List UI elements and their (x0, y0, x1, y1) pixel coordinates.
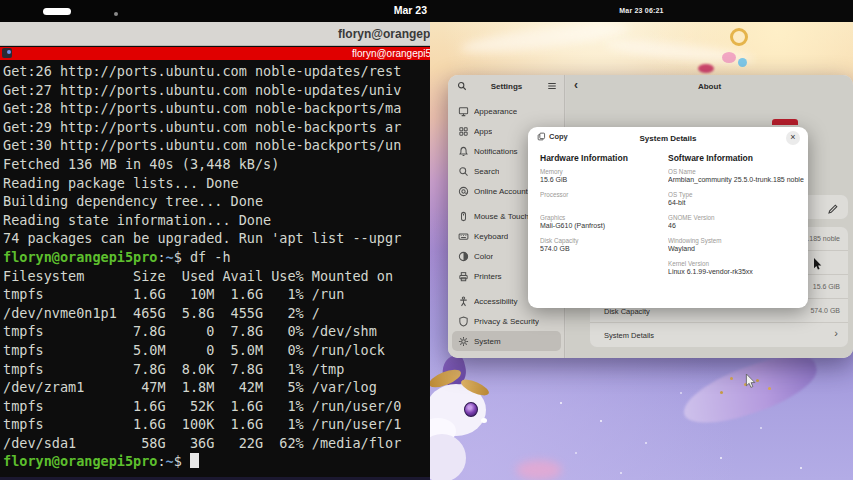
wallpaper-pink-art (516, 460, 562, 480)
terminal-line: /dev/zram1 47M 1.8M 42M 5% /var/log (3, 378, 430, 397)
prompt-user: floryn@orangepi5pro (3, 453, 157, 469)
terminal-line: /dev/sda1 58G 36G 22G 62% /media/flor (3, 434, 430, 453)
field-label: Disk Capacity (540, 237, 652, 244)
left-monitor: Mar 23 floryn@orangepi5pro: ~ floryn@ora… (0, 0, 430, 480)
field-label: Kernel Version (668, 260, 804, 267)
close-icon: × (790, 132, 795, 142)
field-label: Memory (540, 168, 652, 175)
terminal-line: Get:30 http://ports.ubuntu.com noble-bac… (3, 136, 430, 155)
field-value: Wayland (668, 245, 804, 252)
terminal-line: floryn@orangepi5pro:~$ df -h (3, 248, 430, 267)
wallpaper-creature-art (430, 356, 518, 480)
dialog-field: GraphicsMali-G610 (Panfrost) (540, 211, 652, 234)
terminal-line: tmpfs 7.8G 8.0K 7.8G 1% /tmp (3, 360, 430, 379)
dialog-field: OS NameArmbian_community 25.5.0-trunk.18… (668, 165, 804, 188)
mouse-cursor-white (745, 374, 757, 393)
terminal-line: Building dependency tree... Done (3, 192, 430, 211)
wallpaper-figure-art (698, 64, 714, 73)
terminal-tab-label: floryn@orangepi5pro: ~ (352, 48, 430, 59)
prompt-path: ~ (166, 249, 174, 265)
hardware-heading: Hardware Information (540, 153, 652, 163)
terminal-body[interactable]: Get:26 http://ports.ubuntu.com noble-upd… (0, 60, 430, 477)
dialog-field: Kernel VersionLinux 6.1.99-vendor-rk35xx (668, 257, 804, 280)
terminal-line: /dev/nvme0n1p1 465G 5.8G 455G 2% / (3, 304, 430, 323)
field-value: 64-bit (668, 199, 804, 206)
dialog-field: GNOME Version46 (668, 211, 804, 234)
terminal-line: Get:27 http://ports.ubuntu.com noble-upd… (3, 81, 430, 100)
terminal-tab-active[interactable]: floryn@orangepi5pro: ~ (0, 47, 430, 60)
wallpaper-sparkles (560, 402, 562, 404)
terminal-line: tmpfs 1.6G 100K 1.6G 1% /run/user/1 (3, 415, 430, 434)
wallpaper-halo-art (730, 28, 748, 46)
hardware-column: Hardware Information Memory15.6 GiBProce… (540, 153, 652, 280)
terminal-titlebar[interactable]: floryn@orangepi5pro: ~ (0, 22, 430, 46)
field-label: Graphics (540, 214, 652, 221)
wallpaper-gold-dots (730, 377, 733, 380)
field-label: GNOME Version (668, 214, 804, 221)
activities-pill-icon[interactable] (43, 8, 71, 15)
terminal-line: Get:29 http://ports.ubuntu.com noble-bac… (3, 118, 430, 137)
field-label: OS Type (668, 191, 804, 198)
terminal-line: tmpfs 1.6G 10M 1.6G 1% /run (3, 285, 430, 304)
dialog-title: System Details (528, 134, 808, 143)
terminal-line: Filesystem Size Used Avail Use% Mounted … (3, 267, 430, 286)
terminal-line: Fetched 136 MB in 40s (3,448 kB/s) (3, 155, 430, 174)
terminal-line: tmpfs 5.0M 0 5.0M 0% /run/lock (3, 341, 430, 360)
terminal-line: tmpfs 1.6G 52K 1.6G 1% /run/user/0 (3, 397, 430, 416)
dialog-field: OS Type64-bit (668, 188, 804, 211)
hardware-fields: Memory15.6 GiBProcessorGraphicsMali-G610… (540, 165, 652, 257)
right-monitor: Mar 23 06:21 (430, 0, 853, 480)
dual-monitor-screen: Mar 23 floryn@orangepi5pro: ~ floryn@ora… (0, 0, 853, 480)
field-value: Linux 6.1.99-vendor-rk35xx (668, 268, 804, 275)
software-column: Software Information OS NameArmbian_comm… (668, 153, 804, 280)
field-value: Mali-G610 (Panfrost) (540, 222, 652, 229)
field-value: 15.6 GiB (540, 176, 652, 183)
terminal-cursor (190, 453, 199, 468)
settings-window: Settings AppearanceAppsNotificationsSear… (448, 75, 853, 358)
clock-right[interactable]: Mar 23 06:21 (430, 7, 853, 14)
terminal-title: floryn@orangepi5pro: ~ (338, 27, 430, 41)
terminal-line: Reading state information... Done (3, 211, 430, 230)
terminal-line: 74 packages can be upgraded. Run 'apt li… (3, 229, 430, 248)
terminal-line: Reading package lists... Done (3, 174, 430, 193)
prompt-path: ~ (166, 453, 174, 469)
terminal-line: floryn@orangepi5pro:~$ (3, 452, 430, 471)
dialog-body: Hardware Information Memory15.6 GiBProce… (540, 153, 798, 280)
workspace-dot-icon[interactable] (114, 12, 118, 16)
mouse-cursor-black (813, 257, 823, 275)
dialog-field: Memory15.6 GiB (540, 165, 652, 188)
software-fields: OS NameArmbian_community 25.5.0-trunk.18… (668, 165, 804, 280)
prompt-user: floryn@orangepi5pro (3, 249, 157, 265)
clock-left[interactable]: Mar 23 (394, 4, 427, 16)
field-value: 46 (668, 222, 804, 229)
field-value: Armbian_community 25.5.0-trunk.185 noble (668, 176, 804, 183)
terminal-line: Get:26 http://ports.ubuntu.com noble-upd… (3, 62, 430, 81)
field-value: 574.0 GB (540, 245, 652, 252)
dialog-field: Processor (540, 188, 652, 211)
close-button[interactable]: × (786, 131, 800, 145)
system-details-dialog: Copy System Details × Hardware Informati… (528, 127, 808, 308)
terminal-app-icon (2, 48, 12, 58)
terminal-line: tmpfs 7.8G 0 7.8G 0% /dev/shm (3, 322, 430, 341)
top-bar-left: Mar 23 (0, 0, 430, 22)
wallpaper-figure-art (738, 58, 747, 67)
dialog-field: Disk Capacity574.0 GB (540, 234, 652, 257)
wallpaper-wing-art (459, 18, 630, 59)
field-label: Windowing System (668, 237, 804, 244)
field-label: Processor (540, 191, 652, 198)
dialog-field: Windowing SystemWayland (668, 234, 804, 257)
top-bar-right: Mar 23 06:21 (430, 0, 853, 22)
dialog-header: Copy System Details × (528, 127, 808, 149)
software-heading: Software Information (668, 153, 804, 163)
terminal-line: Get:28 http://ports.ubuntu.com noble-bac… (3, 99, 430, 118)
wallpaper-figure-art (722, 52, 736, 63)
field-label: OS Name (668, 168, 804, 175)
